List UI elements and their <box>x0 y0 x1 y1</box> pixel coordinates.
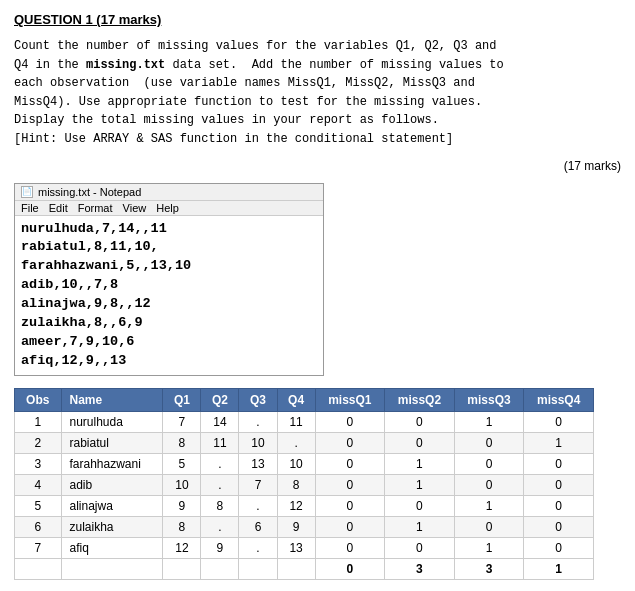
cell-name: rabiatul <box>61 432 163 453</box>
col-header-q2: Q2 <box>201 388 239 411</box>
cell-q3: 7 <box>239 474 277 495</box>
cell-name: afiq <box>61 537 163 558</box>
cell-m4: 0 <box>524 516 594 537</box>
cell-m4: 0 <box>524 411 594 432</box>
notepad-content: nurulhuda,7,14,,11 rabiatul,8,11,10, far… <box>15 216 323 375</box>
col-header-obs: Obs <box>15 388 62 411</box>
notepad-line: adib,10,,7,8 <box>21 276 317 295</box>
cell-m2: 0 <box>385 495 455 516</box>
cell-m1: 0 <box>315 537 385 558</box>
col-header-q3: Q3 <box>239 388 277 411</box>
cell-m3: 1 <box>454 495 524 516</box>
cell-q4: 11 <box>277 411 315 432</box>
marks-label: (17 marks) <box>14 159 621 173</box>
col-header-q1: Q1 <box>163 388 201 411</box>
table-row: 7 afiq 12 9 . 13 0 0 1 0 <box>15 537 594 558</box>
col-header-name: Name <box>61 388 163 411</box>
cell-q2: 9 <box>201 537 239 558</box>
notepad-file-icon: 📄 <box>21 186 33 198</box>
cell-q3: 13 <box>239 453 277 474</box>
col-header-missq4: missQ4 <box>524 388 594 411</box>
notepad-line: zulaikha,8,,6,9 <box>21 314 317 333</box>
cell-obs: 7 <box>15 537 62 558</box>
cell-q3: . <box>239 411 277 432</box>
total-q1 <box>163 558 201 579</box>
cell-m2: 1 <box>385 453 455 474</box>
cell-m4: 1 <box>524 432 594 453</box>
table-row: 6 zulaikha 8 . 6 9 0 1 0 0 <box>15 516 594 537</box>
cell-m3: 0 <box>454 453 524 474</box>
table-row: 4 adib 10 . 7 8 0 1 0 0 <box>15 474 594 495</box>
cell-q2: 11 <box>201 432 239 453</box>
col-header-q4: Q4 <box>277 388 315 411</box>
bold-filename: missing.txt <box>86 58 165 72</box>
cell-obs: 3 <box>15 453 62 474</box>
notepad-line: rabiatul,8,11,10, <box>21 238 317 257</box>
cell-q3: 10 <box>239 432 277 453</box>
data-table: Obs Name Q1 Q2 Q3 Q4 missQ1 missQ2 missQ… <box>14 388 594 580</box>
cell-name: adib <box>61 474 163 495</box>
notepad-line: ameer,7,9,10,6 <box>21 333 317 352</box>
cell-m3: 0 <box>454 516 524 537</box>
cell-name: farahhazwani <box>61 453 163 474</box>
cell-obs: 5 <box>15 495 62 516</box>
cell-m3: 1 <box>454 411 524 432</box>
cell-q4: 13 <box>277 537 315 558</box>
col-header-missq2: missQ2 <box>385 388 455 411</box>
cell-q4: 9 <box>277 516 315 537</box>
notepad-line: alinajwa,9,8,,12 <box>21 295 317 314</box>
cell-name: zulaikha <box>61 516 163 537</box>
menu-view[interactable]: View <box>123 202 147 214</box>
cell-q1: 12 <box>163 537 201 558</box>
total-m2: 3 <box>385 558 455 579</box>
cell-m1: 0 <box>315 495 385 516</box>
cell-obs: 2 <box>15 432 62 453</box>
col-header-missq3: missQ3 <box>454 388 524 411</box>
question-body: Count the number of missing values for t… <box>14 37 621 149</box>
cell-m1: 0 <box>315 453 385 474</box>
total-q2 <box>201 558 239 579</box>
notepad-line: nurulhuda,7,14,,11 <box>21 220 317 239</box>
cell-m2: 0 <box>385 432 455 453</box>
table-row: 5 alinajwa 9 8 . 12 0 0 1 0 <box>15 495 594 516</box>
notepad-line: afiq,12,9,,13 <box>21 352 317 371</box>
cell-m4: 0 <box>524 495 594 516</box>
menu-help[interactable]: Help <box>156 202 179 214</box>
cell-q1: 5 <box>163 453 201 474</box>
cell-q4: . <box>277 432 315 453</box>
cell-m4: 0 <box>524 474 594 495</box>
cell-m3: 0 <box>454 432 524 453</box>
cell-m1: 0 <box>315 411 385 432</box>
notepad-window: 📄 missing.txt - Notepad File Edit Format… <box>14 183 324 376</box>
menu-file[interactable]: File <box>21 202 39 214</box>
table-row: 1 nurulhuda 7 14 . 11 0 0 1 0 <box>15 411 594 432</box>
cell-q4: 12 <box>277 495 315 516</box>
cell-m1: 0 <box>315 432 385 453</box>
col-header-missq1: missQ1 <box>315 388 385 411</box>
total-name <box>61 558 163 579</box>
table-row: 3 farahhazwani 5 . 13 10 0 1 0 0 <box>15 453 594 474</box>
cell-q3: . <box>239 495 277 516</box>
cell-q4: 10 <box>277 453 315 474</box>
table-row: 2 rabiatul 8 11 10 . 0 0 0 1 <box>15 432 594 453</box>
cell-q2: . <box>201 453 239 474</box>
cell-q4: 8 <box>277 474 315 495</box>
cell-q1: 9 <box>163 495 201 516</box>
question-title: QUESTION 1 (17 marks) <box>14 12 621 27</box>
cell-obs: 6 <box>15 516 62 537</box>
cell-obs: 4 <box>15 474 62 495</box>
cell-obs: 1 <box>15 411 62 432</box>
cell-m2: 1 <box>385 474 455 495</box>
cell-q2: . <box>201 516 239 537</box>
cell-m2: 0 <box>385 411 455 432</box>
cell-q1: 7 <box>163 411 201 432</box>
notepad-menubar: File Edit Format View Help <box>15 201 323 216</box>
cell-m2: 0 <box>385 537 455 558</box>
cell-m1: 0 <box>315 474 385 495</box>
menu-edit[interactable]: Edit <box>49 202 68 214</box>
cell-m3: 0 <box>454 474 524 495</box>
total-obs <box>15 558 62 579</box>
cell-m1: 0 <box>315 516 385 537</box>
total-m4: 1 <box>524 558 594 579</box>
menu-format[interactable]: Format <box>78 202 113 214</box>
